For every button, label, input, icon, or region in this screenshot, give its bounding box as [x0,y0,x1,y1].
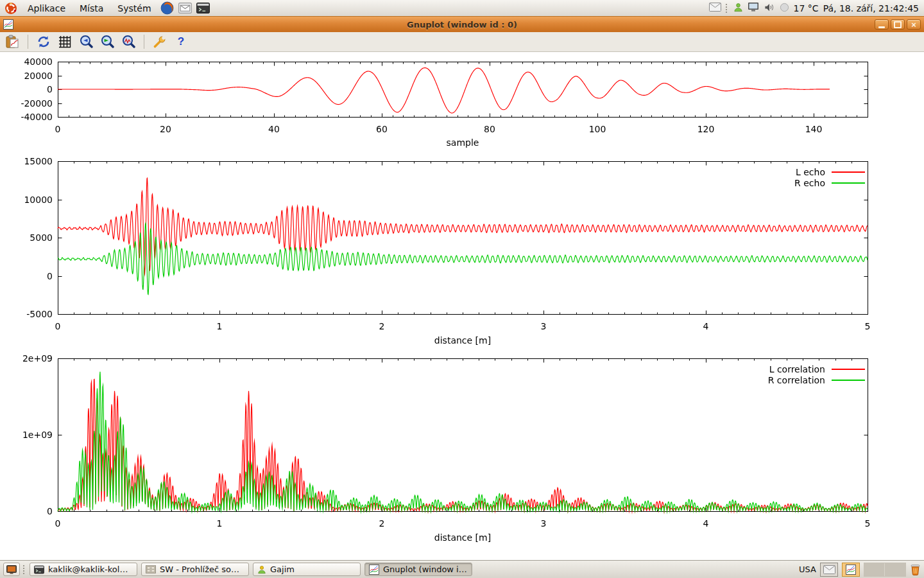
x-tick-label: 3 [518,320,569,332]
menu-aplikace[interactable]: Aplikace [21,1,73,15]
next-zoom-button[interactable] [99,33,116,50]
close-button[interactable]: × [907,19,921,30]
task-button-label: Gnuplot (window id : 0) [383,565,468,574]
close-icon: × [911,21,916,29]
desktop: AplikaceMístaSystém [0,0,924,578]
minimize-button[interactable] [875,19,889,30]
taskbar-handle[interactable] [23,565,26,574]
window-list: kaklik@kaklik-kolej-u...SW - Prohlížeč s… [30,563,472,576]
terminal-icon [34,565,44,574]
x-tick-label: 140 [788,123,839,135]
options-button[interactable] [151,33,168,50]
gnuplot-titlebar[interactable]: Gnuplot (window id : 0) × [0,16,924,33]
x-tick-label: 5 [842,320,893,332]
copy-to-clipboard-button[interactable] [4,33,21,50]
help-button[interactable]: ? [173,33,189,50]
panel-status-area: 17 °C Pá, 18. září, 21:42:45 [709,2,924,14]
legend-entry: L correlation [768,363,865,374]
legend-line-sample [832,380,865,381]
ubuntu-logo-icon[interactable] [4,1,18,15]
x-tick-label: 5 [842,518,893,529]
help-icon: ? [178,35,184,48]
x-tick-label: 3 [518,518,569,529]
task-button-label: SW - Prohlížeč souborů [160,565,244,574]
menu-system[interactable]: Systém [110,1,158,15]
gnuplot-tray-icon[interactable] [842,563,860,577]
x-tick-label: 0 [32,320,83,332]
minimize-icon [878,26,885,28]
legend-label: L echo [796,167,825,177]
gnuplot-plot-area: sample distance [m] distance [m] 0204060… [0,52,924,561]
y-tick-label: 20000 [0,70,53,82]
legend-label: L correlation [769,364,825,374]
x-tick-label: 4 [680,320,732,332]
trash-icon[interactable] [910,563,921,575]
x-tick-label: 0 [32,123,83,135]
toggle-grid-button[interactable] [56,33,73,50]
gnome-top-panel: AplikaceMístaSystém [0,0,924,17]
legend-line-sample [832,171,865,173]
legend-entry: R echo [794,177,865,188]
tray-empty-area [864,563,906,577]
task-button-gajim[interactable]: Gajim [253,563,361,576]
legend-entry: R correlation [768,374,865,385]
x-tick-label: 4 [680,518,732,529]
y-tick-label: 5000 [0,232,53,243]
gnuplot-toolbar: ? [0,32,924,52]
y-tick-label: 1e+09 [0,429,53,441]
terminal-launcher-icon[interactable] [195,0,212,16]
y-tick-label: 10000 [0,194,53,206]
y-tick-label: 2e+09 [0,353,53,364]
mail-tray-icon[interactable] [709,3,721,13]
mail-launcher-icon[interactable] [177,0,194,16]
x-axis-label-distance-2: distance [m] [424,532,501,543]
task-button-gnuplot[interactable]: Gnuplot (window id : 0) [364,563,472,576]
replot-button[interactable] [35,33,52,50]
firefox-icon[interactable] [159,0,176,16]
x-axis-label-distance-1: distance [m] [424,335,501,346]
autoscale-button[interactable] [120,33,137,50]
volume-icon[interactable] [764,3,775,14]
x-tick-label: 80 [464,123,515,135]
window-title: Gnuplot (window id : 0) [0,20,924,30]
legend-label: R correlation [768,375,825,385]
previous-zoom-button[interactable] [78,33,94,50]
clipboard-icon [5,35,19,49]
task-button-file-manager[interactable]: SW - Prohlížeč souborů [141,563,249,576]
panel-menus: AplikaceMístaSystém [21,1,158,15]
show-desktop-icon[interactable] [3,563,20,576]
gnuplot-icon [3,19,13,30]
task-button-terminal[interactable]: kaklik@kaklik-kolej-u... [30,563,137,576]
wrench-icon [153,35,167,49]
keyboard-layout-indicator[interactable]: USA [799,565,816,574]
maximize-button[interactable] [891,19,905,30]
y-tick-label: 15000 [0,155,53,167]
tray-handle[interactable] [726,4,729,13]
clock-label[interactable]: Pá, 18. září, 21:42:45 [823,3,919,13]
zoom-previous-icon [79,35,93,49]
gnuplot-plot-canvas[interactable] [0,52,924,561]
display-icon[interactable] [748,2,759,14]
x-tick-label: 2 [356,518,407,529]
legend-line-sample [832,369,865,370]
gajim-icon [257,565,266,574]
toolbar-separator [144,35,144,49]
legend-label: R echo [794,178,825,188]
weather-icon[interactable] [780,3,789,14]
y-tick-label: -40000 [0,111,53,123]
toolbar-separator [28,35,28,49]
x-tick-label: 100 [572,123,623,135]
y-tick-label: -20000 [0,98,53,109]
legend-line-sample [832,182,865,184]
mail-tray-icon[interactable] [820,563,838,577]
taskbar-right: USA [799,563,921,577]
temperature-label[interactable]: 17 °C [794,3,819,13]
x-tick-label: 0 [32,518,83,529]
grid-icon [58,35,72,49]
gnuplot-icon [369,565,379,575]
x-tick-label: 2 [356,320,407,332]
task-button-label: kaklik@kaklik-kolej-u... [48,565,133,574]
menu-mista[interactable]: Místa [73,1,110,15]
user-status-icon[interactable] [733,3,743,14]
maximize-icon [894,21,902,28]
